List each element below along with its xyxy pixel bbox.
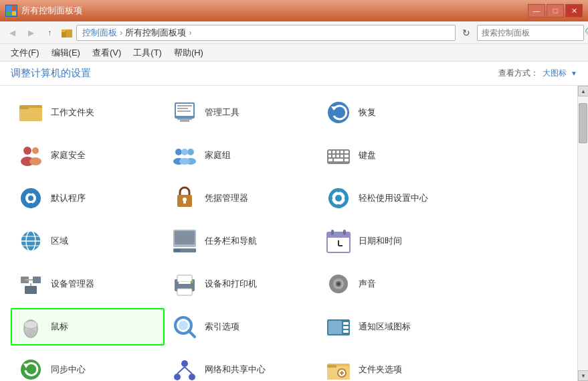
credmgr-icon [171, 185, 198, 212]
refresh-button[interactable]: ↻ [458, 25, 474, 41]
maximize-button[interactable]: □ [547, 4, 564, 17]
minimize-button[interactable]: — [528, 4, 545, 17]
svg-rect-99 [343, 330, 349, 333]
icon-item-credmgr[interactable]: 凭据管理器 [165, 179, 318, 217]
svg-line-106 [185, 367, 192, 374]
icon-item-workfolder[interactable]: 工作文件夹 [11, 94, 165, 131]
synccenter-icon [17, 356, 44, 381]
svg-rect-3 [12, 11, 16, 15]
workfolder-icon [17, 99, 44, 126]
menu-file[interactable]: 文件(F) [5, 46, 45, 60]
content-panel: 调整计算机的设置 查看方式： 大图标 ▼ 工作文件夹管理工具恢复家庭安全家庭组键… [0, 62, 588, 381]
title-bar-left: 所有控制面板项 [5, 5, 82, 17]
icon-item-mgmttools[interactable]: 管理工具 [165, 94, 318, 131]
up-button[interactable]: ↑ [41, 25, 58, 41]
svg-rect-82 [179, 282, 191, 284]
synccenter-label: 同步中心 [51, 364, 86, 376]
content-title: 调整计算机的设置 [11, 67, 91, 80]
svg-point-19 [23, 147, 31, 155]
menu-tools[interactable]: 工具(T) [128, 46, 167, 60]
path-part-1: 控制面板 [82, 27, 117, 39]
svg-rect-35 [328, 155, 331, 157]
address-path[interactable]: 控制面板 › 所有控制面板项 › [76, 25, 456, 41]
taskbarnav-icon [171, 228, 198, 254]
svg-rect-46 [29, 188, 32, 194]
svg-rect-34 [345, 151, 349, 153]
svg-point-25 [181, 149, 188, 155]
icon-row-5: 鼠标索引选项通知区域图标 [11, 305, 567, 348]
search-icon[interactable]: 🔍 [585, 27, 588, 37]
scroll-thumb[interactable] [579, 103, 587, 143]
familysafety-icon [17, 142, 44, 169]
view-dropdown-arrow[interactable]: ▼ [571, 70, 577, 77]
svg-rect-81 [177, 289, 192, 295]
svg-point-87 [338, 283, 340, 285]
icon-item-devmgr[interactable]: 设备管理器 [11, 265, 165, 303]
scroll-down-button[interactable]: ▼ [578, 370, 588, 381]
svg-point-91 [25, 329, 36, 337]
devprinters-icon [171, 271, 198, 297]
recovery-icon [325, 99, 352, 126]
devprinters-label: 设备和打印机 [205, 278, 257, 290]
view-mode-link[interactable]: 大图标 [543, 68, 567, 79]
recovery-label: 恢复 [359, 106, 376, 119]
svg-rect-9 [19, 106, 29, 109]
forward-button[interactable]: ▶ [23, 25, 39, 41]
datetime-label: 日期和时间 [359, 235, 402, 247]
icon-item-recovery[interactable]: 恢复 [318, 94, 472, 131]
icon-item-datetime[interactable]: 日期和时间 [318, 222, 472, 260]
easycenter-icon [325, 185, 352, 212]
search-input[interactable] [482, 28, 582, 37]
app-icon [5, 5, 17, 17]
svg-rect-96 [328, 321, 342, 334]
menu-view[interactable]: 查看(V) [87, 46, 126, 60]
icon-item-defaultprograms[interactable]: 默认程序 [11, 179, 165, 217]
back-button[interactable]: ◀ [4, 25, 20, 41]
icon-item-taskbarnav[interactable]: 任务栏和导航 [165, 222, 318, 260]
svg-rect-39 [345, 155, 349, 157]
scrollbar: ▲ ▼ [577, 86, 588, 381]
mouse-icon [17, 313, 44, 340]
svg-rect-69 [327, 232, 350, 238]
region-icon [17, 228, 44, 254]
icon-item-keyboard[interactable]: 键盘 [318, 137, 472, 174]
svg-rect-80 [177, 275, 192, 282]
title-bar: 所有控制面板项 — □ ✕ [0, 0, 588, 21]
icon-item-easycenter[interactable]: 轻松使用设置中心 [318, 179, 472, 217]
icon-row-4: 设备管理器设备和打印机声音 [11, 262, 567, 305]
icon-item-familysafety[interactable]: 家庭安全 [11, 137, 165, 174]
taskbarnav-label: 任务栏和导航 [205, 235, 257, 247]
icon-item-synccenter[interactable]: 同步中心 [11, 351, 165, 381]
icon-item-networksharing[interactable]: 网络和共享中心 [165, 351, 318, 381]
svg-line-105 [177, 367, 185, 374]
svg-rect-38 [340, 155, 343, 157]
defaultprograms-icon [17, 185, 44, 212]
icon-item-homegroup[interactable]: 家庭组 [165, 137, 318, 174]
networksharing-label: 网络和共享中心 [205, 364, 266, 376]
svg-rect-97 [343, 322, 349, 325]
path-separator-2: › [189, 27, 191, 37]
icon-item-folderopts[interactable]: 文件夹选项 [318, 351, 472, 381]
svg-rect-13 [177, 108, 188, 109]
svg-rect-8 [19, 108, 42, 121]
icon-item-sound[interactable]: 声音 [318, 265, 472, 303]
close-button[interactable]: ✕ [565, 4, 583, 17]
mgmttools-icon [171, 99, 198, 126]
svg-point-104 [189, 374, 195, 380]
icon-row-2: 默认程序凭据管理器轻松使用设置中心 [11, 177, 567, 220]
icon-row-0: 工作文件夹管理工具恢复 [11, 91, 567, 134]
svg-rect-37 [336, 155, 339, 157]
svg-point-20 [32, 147, 39, 154]
icon-item-notifyicons[interactable]: 通知区域图标 [318, 308, 472, 346]
scroll-up-button[interactable]: ▲ [578, 86, 588, 96]
svg-rect-98 [343, 326, 349, 329]
icon-item-region[interactable]: 区域 [11, 222, 165, 260]
svg-line-93 [189, 331, 195, 337]
address-bar: ◀ ▶ ↑ 控制面板 › 所有控制面板项 › ↻ 🔍 [0, 21, 588, 44]
menu-help[interactable]: 帮助(H) [169, 46, 209, 60]
icon-item-indexopts[interactable]: 索引选项 [165, 308, 318, 346]
icon-item-mouse[interactable]: 鼠标 [11, 308, 165, 346]
menu-edit[interactable]: 编辑(E) [46, 46, 86, 60]
mgmttools-label: 管理工具 [205, 106, 239, 119]
icon-item-devprinters[interactable]: 设备和打印机 [165, 265, 318, 303]
